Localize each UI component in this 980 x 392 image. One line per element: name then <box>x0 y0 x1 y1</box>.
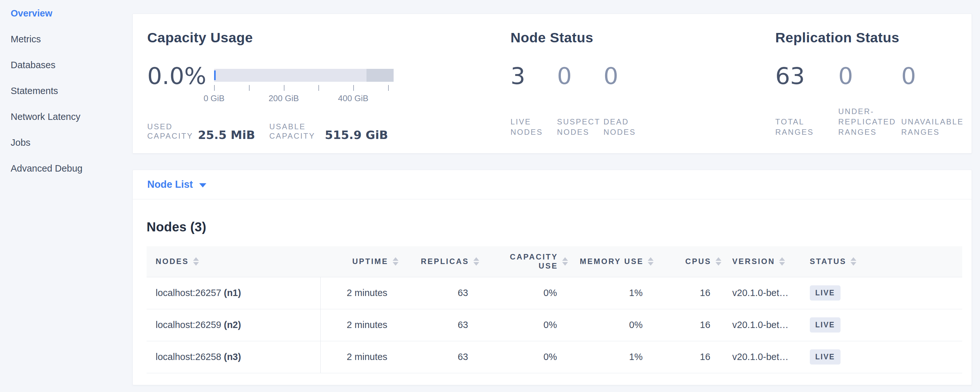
capacity-gauge-provisioned-segment <box>366 69 394 82</box>
used-capacity-stat: USED CAPACITY 25.5 MiB <box>147 122 255 140</box>
axis-tick <box>249 85 250 91</box>
status-badge: LIVE <box>810 349 840 365</box>
under-replicated-ranges-label: UNDER-REPLICATED RANGES <box>838 106 904 137</box>
node-status-title: Node Status <box>511 30 775 46</box>
cpus-cell: 16 <box>655 341 723 373</box>
usable-capacity-value: 515.9 GiB <box>325 129 388 141</box>
status-badge: LIVE <box>810 317 840 333</box>
node-address-cell: localhost:26259 (n2) <box>146 309 320 341</box>
axis-tick-label: 0 GiB <box>204 93 224 104</box>
capacity-gauge-row: 0.0% 0 GiB <box>147 64 511 105</box>
column-header-version[interactable]: VERSION <box>723 246 801 277</box>
usable-capacity-label: USABLE CAPACITY <box>269 122 318 140</box>
sidebar-item-metrics[interactable]: Metrics <box>0 26 132 52</box>
capacity-gauge-used-segment <box>214 70 216 80</box>
used-capacity-value: 25.5 MiB <box>198 129 255 141</box>
node-list-view-dropdown[interactable]: Node List <box>147 179 206 190</box>
total-ranges-label: TOTAL RANGES <box>775 117 842 137</box>
node-address-cell: localhost:26257 (n1) <box>146 277 320 309</box>
sort-icon[interactable] <box>393 257 398 266</box>
used-capacity-label: USED CAPACITY <box>147 122 191 140</box>
chevron-down-icon <box>199 183 206 187</box>
under-replicated-ranges-metric: 0 UNDER-REPLICATED RANGES <box>838 64 901 137</box>
node-status-panel: Node Status 3 LIVE NODES 0 SUSPECT NODES… <box>511 30 775 153</box>
column-label: UPTIME <box>352 257 388 266</box>
sidebar: Overview Metrics Databases Statements Ne… <box>0 0 132 392</box>
capacity-gauge: 0 GiB 200 GiB 400 GiB <box>214 64 394 105</box>
replicas-cell: 63 <box>400 309 481 341</box>
node-address-cell: localhost:26258 (n3) <box>146 341 320 373</box>
sort-icon[interactable] <box>648 257 654 266</box>
column-header-nodes[interactable]: NODES <box>146 246 320 277</box>
nodes-card-body: Nodes (3) NODES UPTIME <box>133 220 972 385</box>
under-replicated-ranges-value: 0 <box>838 64 901 88</box>
axis-tick <box>318 85 319 91</box>
capacity-use-cell: 0% <box>481 277 570 309</box>
column-header-capacity-use[interactable]: CAPACITY USE <box>481 246 570 277</box>
column-header-status[interactable]: STATUS <box>801 246 962 277</box>
suspect-nodes-value: 0 <box>557 64 603 88</box>
column-label: CAPACITY USE <box>500 252 558 271</box>
capacity-gauge-bar <box>214 69 394 82</box>
axis-tick-label: 200 GiB <box>269 93 299 104</box>
column-header-memory-use[interactable]: MEMORY USE <box>570 246 655 277</box>
sidebar-item-overview[interactable]: Overview <box>0 0 132 26</box>
unavailable-ranges-label: UNAVAILABLE RANGES <box>901 117 967 137</box>
main-content: Capacity Usage 0.0% <box>132 0 980 392</box>
capacity-use-cell: 0% <box>481 341 570 373</box>
sort-icon[interactable] <box>562 257 568 266</box>
sidebar-item-databases[interactable]: Databases <box>0 52 132 78</box>
status-cell: LIVE <box>801 277 962 309</box>
table-row: localhost:26258 (n3) 2 minutes 63 0% 1% … <box>146 341 962 373</box>
capacity-stats-row: USED CAPACITY 25.5 MiB USABLE CAPACITY 5… <box>147 122 511 140</box>
nodes-card: Node List Nodes (3) NODES <box>132 170 972 385</box>
dead-nodes-metric: 0 DEAD NODES <box>603 64 650 137</box>
axis-tick <box>388 85 389 91</box>
uptime-cell: 2 minutes <box>320 309 400 341</box>
nodes-count-title: Nodes (3) <box>146 220 962 234</box>
axis-tick <box>284 85 285 91</box>
memory-use-cell: 1% <box>570 341 655 373</box>
uptime-cell: 2 minutes <box>320 341 400 373</box>
replicas-cell: 63 <box>400 341 481 373</box>
sort-icon[interactable] <box>851 257 856 266</box>
nodes-table: NODES UPTIME REPLICAS CAPACITY USE <box>146 246 962 373</box>
table-row: localhost:26259 (n2) 2 minutes 63 0% 0% … <box>146 309 962 341</box>
sort-icon[interactable] <box>716 257 721 266</box>
live-nodes-metric: 3 LIVE NODES <box>511 64 557 137</box>
sidebar-item-network-latency[interactable]: Network Latency <box>0 104 132 130</box>
version-cell: v20.1.0-bet… <box>723 277 801 309</box>
column-label: MEMORY USE <box>580 257 644 266</box>
sort-icon[interactable] <box>779 257 785 266</box>
sort-icon[interactable] <box>473 257 479 266</box>
column-header-uptime[interactable]: UPTIME <box>320 246 400 277</box>
node-address: localhost:26259 <box>156 320 221 330</box>
column-label: STATUS <box>810 257 846 266</box>
suspect-nodes-metric: 0 SUSPECT NODES <box>557 64 603 137</box>
column-label: VERSION <box>732 257 775 266</box>
node-address: localhost:26257 <box>156 288 221 298</box>
capacity-use-cell: 0% <box>481 309 570 341</box>
node-id: (n1) <box>224 288 241 298</box>
capacity-percent-value: 0.0% <box>147 64 206 105</box>
column-header-cpus[interactable]: CPUS <box>655 246 723 277</box>
axis-tick <box>214 85 215 91</box>
column-header-replicas[interactable]: REPLICAS <box>400 246 481 277</box>
cpus-cell: 16 <box>655 277 723 309</box>
memory-use-cell: 0% <box>570 309 655 341</box>
version-cell: v20.1.0-bet… <box>723 341 801 373</box>
node-list-view-label: Node List <box>147 179 193 190</box>
sidebar-item-jobs[interactable]: Jobs <box>0 130 132 155</box>
sort-icon[interactable] <box>193 257 199 266</box>
sidebar-item-advanced-debug[interactable]: Advanced Debug <box>0 155 132 181</box>
axis-tick <box>353 85 354 91</box>
version-cell: v20.1.0-bet… <box>723 309 801 341</box>
status-badge: LIVE <box>810 285 840 301</box>
node-status-metrics: 3 LIVE NODES 0 SUSPECT NODES 0 DEAD NODE… <box>511 64 775 137</box>
dead-nodes-value: 0 <box>603 64 650 88</box>
admin-ui: Overview Metrics Databases Statements Ne… <box>0 0 980 392</box>
live-nodes-label: LIVE NODES <box>511 117 551 137</box>
axis-tick-label: 400 GiB <box>338 93 368 104</box>
sidebar-item-statements[interactable]: Statements <box>0 78 132 104</box>
unavailable-ranges-metric: 0 UNAVAILABLE RANGES <box>901 64 964 137</box>
